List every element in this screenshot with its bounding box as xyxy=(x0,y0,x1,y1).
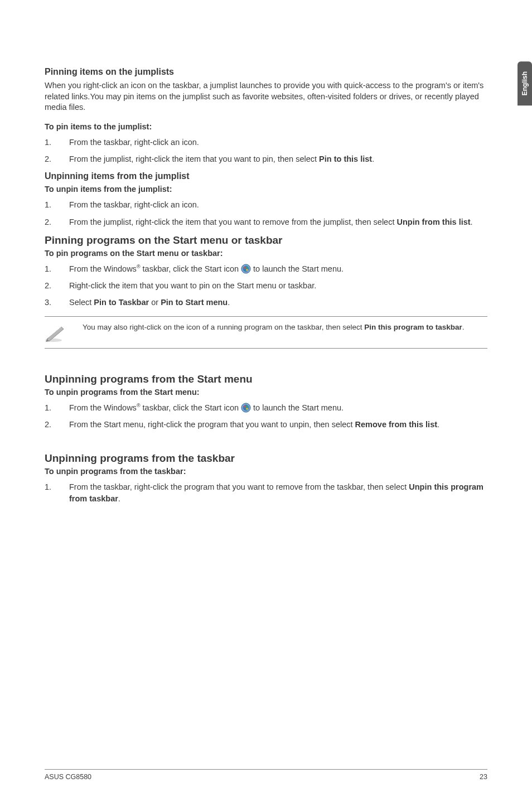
note-text: You may also right-click on the icon of … xyxy=(83,322,465,332)
svg-rect-14 xyxy=(244,408,245,409)
steps-unpin-taskbar: 1. From the taskbar, right-click the pro… xyxy=(45,481,487,504)
pencil-note-icon xyxy=(45,323,67,342)
list-item: 1. From the taskbar, right-click an icon… xyxy=(45,137,487,148)
step-number: 1. xyxy=(45,402,69,413)
steps-pin-startmenu: 1. From the Windows® taskbar, click the … xyxy=(45,263,487,308)
step-number: 2. xyxy=(45,419,69,430)
step-text: Select Pin to Taskbar or Pin to Start me… xyxy=(69,297,487,308)
intro-paragraph: When you right-click an icon on the task… xyxy=(45,80,487,113)
svg-point-11 xyxy=(243,405,249,411)
step-number: 1. xyxy=(45,263,69,274)
heading-unpinning-taskbar: Unpinning programs from the taskbar xyxy=(45,452,487,465)
svg-rect-4 xyxy=(244,269,245,270)
windows-start-icon xyxy=(241,403,251,413)
list-item: 1. From the taskbar, right-click the pro… xyxy=(45,481,487,504)
svg-rect-2 xyxy=(244,267,245,268)
step-text: From the taskbar, right-click an icon. xyxy=(69,137,487,148)
footer-page-number: 23 xyxy=(480,773,487,781)
list-item: 3. Select Pin to Taskbar or Pin to Start… xyxy=(45,297,487,308)
language-tab: English xyxy=(518,61,532,105)
steps-unpin-startmenu: 1. From the Windows® taskbar, click the … xyxy=(45,402,487,431)
page-content: Pinning items on the jumplists When you … xyxy=(0,0,532,504)
step-text: From the jumplist, right-click the item … xyxy=(69,153,487,165)
heading-pinning-jumplists: Pinning items on the jumplists xyxy=(45,67,487,77)
page-footer: ASUS CG8580 23 xyxy=(45,769,487,781)
list-item: 2. From the jumplist, right-click the it… xyxy=(45,153,487,165)
note-block: You may also right-click on the icon of … xyxy=(45,316,487,349)
list-item: 2. Right-click the item that you want to… xyxy=(45,280,487,291)
step-number: 1. xyxy=(45,481,69,504)
step-text: From the Start menu, right-click the pro… xyxy=(69,419,487,430)
steps-unpin-jumplist: 1. From the taskbar, right-click an icon… xyxy=(45,199,487,228)
svg-rect-5 xyxy=(246,269,248,270)
list-item: 1. From the Windows® taskbar, click the … xyxy=(45,263,487,274)
step-text: From the Windows® taskbar, click the Sta… xyxy=(69,402,487,413)
step-text: From the taskbar, right-click an icon. xyxy=(69,199,487,210)
step-text: Right-click the item that you want to pi… xyxy=(69,280,487,291)
footer-product: ASUS CG8580 xyxy=(45,773,91,781)
steps-pin-jumplist: 1. From the taskbar, right-click an icon… xyxy=(45,137,487,165)
svg-rect-12 xyxy=(244,405,245,407)
step-text: From the taskbar, right-click the progra… xyxy=(69,481,487,504)
lead-pin-jumplist: To pin items to the jumplist: xyxy=(45,122,487,131)
step-number: 1. xyxy=(45,137,69,148)
step-number: 1. xyxy=(45,199,69,210)
svg-rect-15 xyxy=(246,408,248,409)
step-text: From the jumplist, right-click the item … xyxy=(69,216,487,228)
list-item: 2. From the Start menu, right-click the … xyxy=(45,419,487,430)
heading-pinning-startmenu-taskbar: Pinning programs on the Start menu or ta… xyxy=(45,234,487,247)
lead-unpin-taskbar: To unpin programs from the taskbar: xyxy=(45,467,487,476)
step-number: 2. xyxy=(45,280,69,291)
svg-point-1 xyxy=(243,266,249,272)
heading-unpinning-startmenu: Unpinning programs from the Start menu xyxy=(45,373,487,385)
step-number: 2. xyxy=(45,153,69,165)
step-number: 2. xyxy=(45,216,69,228)
lead-unpin-jumplist: To unpin items from the jumplist: xyxy=(45,185,487,194)
svg-rect-3 xyxy=(246,267,248,268)
list-item: 2. From the jumplist, right-click the it… xyxy=(45,216,487,228)
heading-unpinning-jumplist: Unpinning items from the jumplist xyxy=(45,171,487,181)
step-text: From the Windows® taskbar, click the Sta… xyxy=(69,263,487,274)
lead-unpin-startmenu: To unpin programs from the Start menu: xyxy=(45,388,487,397)
list-item: 1. From the Windows® taskbar, click the … xyxy=(45,402,487,413)
step-number: 3. xyxy=(45,297,69,308)
svg-rect-13 xyxy=(246,405,248,407)
list-item: 1. From the taskbar, right-click an icon… xyxy=(45,199,487,210)
lead-pin-startmenu: To pin programs on the Start menu or tas… xyxy=(45,249,487,258)
windows-start-icon xyxy=(241,264,251,274)
